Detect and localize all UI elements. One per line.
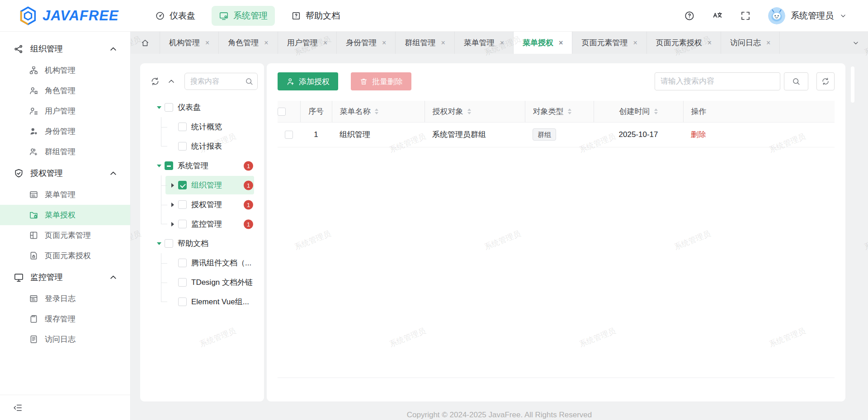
sidebar-item[interactable]: 访问日志	[0, 329, 130, 349]
sidebar-item[interactable]: 登录日志	[0, 288, 130, 309]
select-all-checkbox[interactable]	[278, 108, 286, 116]
close-icon[interactable]: ×	[633, 39, 637, 47]
sidebar-item[interactable]: 监控管理	[0, 266, 130, 288]
close-icon[interactable]: ×	[559, 39, 563, 47]
column-header[interactable]: 菜单名称	[332, 101, 425, 122]
table-row[interactable]: 1 组织管理 系统管理员群组 群组 2025-10-17 删除	[278, 122, 835, 147]
tree-caret-icon[interactable]	[168, 259, 177, 267]
tree-checkbox[interactable]	[165, 103, 173, 112]
tree-caret-icon[interactable]	[168, 181, 177, 189]
row-checkbox[interactable]	[285, 131, 293, 139]
sidebar-item[interactable]: 菜单管理	[0, 184, 130, 205]
sidebar-item[interactable]: 组织管理	[0, 38, 130, 60]
tree-node[interactable]: TDesign 文档外链	[147, 273, 258, 292]
sidebar-item[interactable]: 页面元素管理	[0, 225, 130, 245]
tree-node[interactable]: 系统管理 1	[147, 156, 258, 175]
tree-node[interactable]: 监控管理 1	[147, 214, 258, 234]
close-icon[interactable]: ×	[708, 39, 712, 47]
tab[interactable]: 页面元素管理 ×	[572, 32, 646, 54]
close-icon[interactable]: ×	[264, 39, 268, 47]
tree-checkbox[interactable]	[165, 161, 173, 170]
scrollbar-thumb[interactable]	[851, 66, 854, 103]
sidebar-item[interactable]: 菜单授权	[0, 205, 130, 225]
fullscreen-icon[interactable]	[740, 10, 751, 21]
table-search-input[interactable]	[655, 72, 780, 90]
add-authorization-button[interactable]: 添加授权	[278, 72, 338, 90]
close-icon[interactable]: ×	[500, 39, 504, 47]
translate-icon[interactable]	[712, 10, 723, 21]
tree-checkbox[interactable]	[178, 278, 187, 287]
tree-node[interactable]: 统计报表	[147, 137, 258, 156]
batch-delete-button[interactable]: 批量删除	[351, 72, 411, 90]
tab-home[interactable]	[131, 32, 160, 54]
tree-caret-icon[interactable]	[168, 142, 177, 151]
tab[interactable]: 页面元素授权 ×	[647, 32, 721, 54]
column-header[interactable]: 操作	[683, 101, 835, 122]
nav-item[interactable]: 系统管理	[212, 6, 275, 26]
tree-checkbox[interactable]	[178, 297, 187, 306]
chevron-up-icon[interactable]	[108, 272, 118, 283]
tree-caret-icon[interactable]	[155, 239, 163, 248]
tree-checkbox[interactable]	[165, 239, 173, 248]
refresh-icon[interactable]	[150, 76, 160, 86]
table-refresh-button[interactable]	[816, 72, 835, 90]
tree-caret-icon[interactable]	[155, 161, 163, 170]
tab[interactable]: 群组管理 ×	[396, 32, 454, 54]
column-header[interactable]: 创建时间	[594, 101, 683, 122]
tree-checkbox[interactable]	[178, 181, 187, 189]
tree-checkbox[interactable]	[178, 123, 187, 131]
collapse-sidebar-icon[interactable]	[13, 403, 23, 413]
sidebar-item[interactable]: 机构管理	[0, 60, 130, 80]
tree-checkbox[interactable]	[178, 142, 187, 151]
tab[interactable]: 身份管理 ×	[337, 32, 396, 54]
help-circle-icon[interactable]	[684, 10, 695, 21]
close-icon[interactable]: ×	[323, 39, 327, 47]
tab[interactable]: 用户管理 ×	[278, 32, 337, 54]
tree-caret-icon[interactable]	[168, 123, 177, 131]
tree-checkbox[interactable]	[178, 220, 187, 228]
sort-icon[interactable]	[467, 109, 471, 114]
tree-node[interactable]: Element Vue组...	[147, 292, 258, 311]
chevron-up-icon[interactable]	[108, 44, 118, 54]
column-header[interactable]: 对象类型	[525, 101, 594, 122]
sidebar-item[interactable]: 用户管理	[0, 101, 130, 121]
user-menu[interactable]: 系统管理员	[768, 7, 847, 24]
tree-node[interactable]: 腾讯组件文档（...	[147, 253, 258, 273]
close-icon[interactable]: ×	[766, 39, 770, 47]
nav-item[interactable]: 仪表盘	[148, 6, 203, 26]
tree-node[interactable]: 统计概览	[147, 117, 258, 137]
tree-caret-icon[interactable]	[168, 297, 177, 306]
column-header[interactable]: 授权对象	[425, 101, 525, 122]
sort-icon[interactable]	[654, 109, 658, 114]
tree-node[interactable]: 组织管理 1	[147, 175, 258, 195]
tab-more-chevron-down-icon[interactable]	[852, 32, 863, 54]
tab[interactable]: 角色管理 ×	[219, 32, 278, 54]
close-icon[interactable]: ×	[441, 39, 445, 47]
delete-link[interactable]: 删除	[691, 130, 706, 139]
sidebar-item[interactable]: 授权管理	[0, 162, 130, 184]
tree-caret-icon[interactable]	[155, 103, 163, 112]
tree-node[interactable]: 仪表盘	[147, 98, 258, 117]
tab[interactable]: 访问日志 ×	[721, 32, 780, 54]
collapse-all-chevron-up-icon[interactable]	[166, 76, 176, 86]
sort-icon[interactable]	[568, 109, 571, 114]
close-icon[interactable]: ×	[205, 39, 209, 47]
tree-checkbox[interactable]	[178, 200, 187, 209]
sort-icon[interactable]	[375, 109, 378, 114]
tab[interactable]: 菜单授权 ×	[514, 32, 572, 54]
nav-item[interactable]: 帮助文档	[284, 6, 347, 26]
tree-node[interactable]: 帮助文档	[147, 234, 258, 253]
tab[interactable]: 机构管理 ×	[160, 32, 219, 54]
column-header[interactable]: 序号	[300, 101, 332, 122]
search-button[interactable]	[784, 72, 808, 90]
sidebar-item[interactable]: 角色管理	[0, 80, 130, 101]
tree-caret-icon[interactable]	[168, 200, 177, 209]
tab[interactable]: 菜单管理 ×	[455, 32, 514, 54]
close-icon[interactable]: ×	[382, 39, 386, 47]
sidebar-item[interactable]: 群组管理	[0, 142, 130, 162]
tree-caret-icon[interactable]	[168, 220, 177, 228]
chevron-up-icon[interactable]	[108, 168, 118, 179]
sidebar-item[interactable]: 缓存管理	[0, 309, 130, 329]
sidebar-item[interactable]: 页面元素授权	[0, 245, 130, 266]
tree-node[interactable]: 授权管理 1	[147, 195, 258, 214]
